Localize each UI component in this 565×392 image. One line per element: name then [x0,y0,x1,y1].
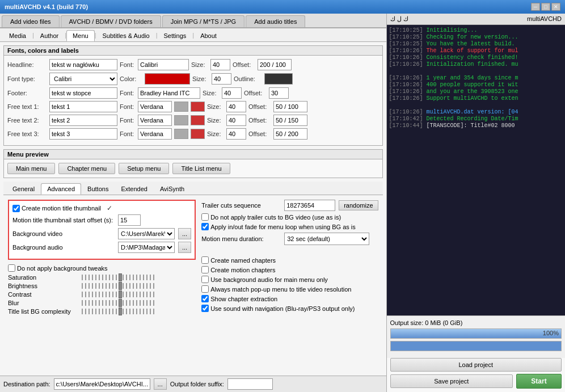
load-project-button[interactable]: Load project [390,358,562,372]
inner-tab-extended[interactable]: Extended [115,183,153,195]
freetext1-font-input[interactable] [138,101,172,112]
footer-input[interactable] [49,87,117,99]
menu-duration-select[interactable]: 32 sec (default) [284,233,369,245]
output-suffix-input[interactable] [227,378,273,390]
inner-tab-advanced[interactable]: Advanced [41,183,81,195]
footer-font-input[interactable] [138,87,200,99]
tab-add-video-files[interactable]: Add video files [2,15,60,27]
sub-tab-about[interactable]: About [194,30,223,41]
create-motion-chapters-label[interactable]: Create motion chapters [201,266,275,273]
freetext3-color1[interactable] [174,129,188,139]
log-area[interactable]: [17:10:25] Initialising... [17:10:25] Ch… [387,25,565,315]
freetext2-input[interactable] [49,115,117,126]
create-named-chapters-label[interactable]: Create named chapters [201,256,276,264]
bg-video-select[interactable]: C:\Users\Marek\De... [118,228,175,239]
save-project-button[interactable]: Save project [390,374,513,388]
freetext1-input[interactable] [49,101,117,112]
tab-add-audio[interactable]: Add audio titles [246,15,305,27]
freetext3-offset-input[interactable] [273,128,307,140]
chapter-menu-button[interactable]: Chapter menu [58,163,115,174]
freetext2-offset-input[interactable] [273,115,307,126]
create-named-chapters-checkbox[interactable] [201,256,209,264]
show-chapter-extraction-label[interactable]: Show chapter extraction [201,295,277,302]
fonttype-select[interactable]: Calibri [49,73,117,85]
freetext2-color1[interactable] [174,115,188,125]
show-chapter-extraction-checkbox[interactable] [201,295,209,302]
freetext1-color2[interactable] [191,102,205,112]
headline-offset-input[interactable] [258,59,292,70]
create-motion-checkbox[interactable] [12,205,20,212]
bg-audio-browse-button[interactable]: ... [178,242,191,253]
use-bg-audio-checkbox[interactable] [201,276,209,283]
sub-tab-media[interactable]: Media [3,30,32,41]
use-bg-audio-text: Use background audio for main menu only [210,276,328,283]
freetext3-input[interactable] [49,128,117,140]
outline-color-swatch[interactable] [264,73,293,85]
freetext1-color1[interactable] [174,102,188,112]
sub-tab-settings[interactable]: Settings [158,30,193,41]
dest-path-input[interactable] [54,378,150,390]
freetext1-offset-input[interactable] [273,101,307,112]
headline-input[interactable] [49,59,117,70]
headline-color-swatch[interactable] [145,73,190,85]
apply-fade-checkbox[interactable] [201,223,209,230]
freetext2-size-input[interactable] [226,115,246,126]
create-motion-checkbox-label[interactable]: Create motion title thumbnail [12,205,101,212]
inner-tab-general[interactable]: General [6,183,41,195]
freetext3-color2[interactable] [191,129,205,139]
title-list-menu-button[interactable]: Title List menu [172,163,230,174]
headline-font-input[interactable] [138,59,189,70]
apply-fade-label[interactable]: Apply in/out fade for menu loop when usi… [201,223,356,230]
always-match-label[interactable]: Always match pop-up menu to title video … [201,285,351,293]
no-trailer-cuts-checkbox[interactable] [201,213,209,221]
inner-tab-buttons[interactable]: Buttons [81,183,115,195]
sub-tab-menu[interactable]: Menu [66,30,95,41]
bg-audio-select[interactable]: D:\MP3\Madagaska... [118,242,175,253]
saturation-slider-track[interactable] [82,275,155,280]
minimize-button[interactable]: ─ [531,3,540,11]
fonttype-size-input[interactable] [212,73,231,85]
always-match-checkbox[interactable] [201,285,209,293]
log-time-8: [17:10:26] [389,88,423,95]
title-list-bg-slider-thumb[interactable] [119,307,122,315]
sub-tab-author[interactable]: Author [34,30,65,41]
title-list-bg-slider-track[interactable] [82,309,155,314]
tab-avchd-bdmv[interactable]: AVCHD / BDMV / DVD folders [61,15,161,27]
use-sound-label[interactable]: Use sound with navigation (Blu-ray/PS3 o… [201,305,355,312]
blur-slider-track[interactable] [82,300,155,306]
fonts-group-title: Fonts, colors and labels [4,46,382,56]
use-bg-audio-label[interactable]: Use background audio for main menu only [201,276,328,283]
tab-join-mpg[interactable]: Join MPG / M*TS / JPG [162,15,245,27]
main-menu-button[interactable]: Main menu [7,163,55,174]
trailer-cuts-input[interactable] [284,200,335,211]
freetext1-size-input[interactable] [226,101,246,112]
maximize-button[interactable]: □ [541,3,550,11]
start-button[interactable]: Start [516,374,562,389]
close-button[interactable]: ✕ [551,3,560,11]
footer-offset-input[interactable] [269,87,289,99]
dest-browse-button[interactable]: ... [154,378,167,390]
sub-tab-subtitles[interactable]: Subtitles & Audio [96,30,156,41]
create-motion-chapters-checkbox[interactable] [201,266,209,273]
blur-slider-thumb[interactable] [119,299,122,307]
brightness-slider-thumb[interactable] [119,282,122,290]
contrast-slider-track[interactable] [82,292,155,297]
freetext2-font-input[interactable] [138,115,172,126]
bg-video-browse-button[interactable]: ... [178,228,191,239]
brightness-slider-track[interactable] [82,283,155,289]
footer-size-input[interactable] [222,87,242,99]
freetext3-font-input[interactable] [138,128,172,140]
freetext2-color2[interactable] [191,115,205,125]
use-sound-checkbox[interactable] [201,305,209,312]
no-bg-tweaks-checkbox[interactable] [8,264,15,272]
no-trailer-cuts-label[interactable]: Do not apply trailer cuts to BG video (u… [201,213,341,221]
saturation-slider-thumb[interactable] [119,273,122,281]
setup-menu-button[interactable]: Setup menu [119,163,169,174]
randomize-button[interactable]: randomize [339,200,378,210]
no-bg-tweaks-label[interactable]: Do not apply background tweaks [8,264,108,272]
headline-size-input[interactable] [210,59,230,70]
freetext3-size-input[interactable] [226,128,246,140]
inner-tab-avisynth[interactable]: AviSynth [154,183,191,195]
motion-offset-input[interactable] [118,214,141,226]
contrast-slider-thumb[interactable] [119,290,122,298]
